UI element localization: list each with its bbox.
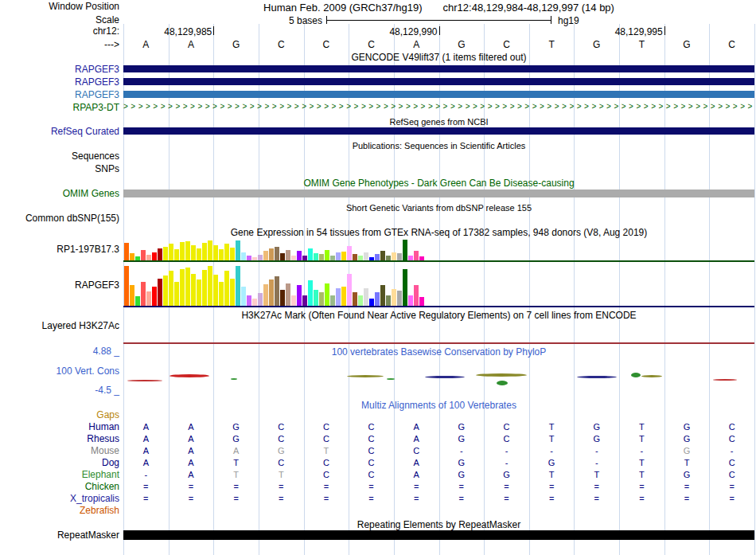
gtex-bar[interactable] (403, 240, 407, 260)
gtex-bar[interactable] (336, 288, 341, 306)
gtex-bar[interactable] (291, 256, 296, 260)
gtex-bar[interactable] (197, 279, 201, 306)
gtex-bar[interactable] (353, 254, 357, 260)
gtex-bar[interactable] (269, 279, 274, 306)
gtex-bar[interactable] (380, 251, 385, 260)
gtex-bar[interactable] (169, 244, 173, 260)
multiz-row-label-dog[interactable]: Dog (0, 458, 119, 468)
gtex-bar[interactable] (219, 249, 224, 260)
gtex-bar[interactable] (369, 299, 374, 306)
gtex-bar[interactable] (319, 292, 324, 306)
gtex-bar[interactable] (185, 241, 190, 260)
track-label-repeatmasker[interactable]: RepeatMasker (0, 530, 119, 541)
track-label-refseq-curated[interactable]: RefSeq Curated (0, 127, 119, 137)
gtex-bar[interactable] (336, 252, 341, 260)
gtex-bar[interactable] (224, 271, 229, 306)
multiz-row-label-human[interactable]: Human (0, 422, 119, 432)
track-label-sequences[interactable]: Sequences (0, 151, 119, 162)
gtex-bar[interactable] (191, 245, 196, 260)
gtex-bar[interactable] (308, 280, 313, 306)
gtex-bar[interactable] (325, 250, 329, 260)
gtex-bar[interactable] (258, 293, 263, 306)
multiz-row-label-rhesus[interactable]: Rhesus (0, 434, 119, 444)
gtex-bar[interactable] (135, 256, 140, 260)
gtex-bar[interactable] (180, 269, 185, 306)
gtex-bar[interactable] (319, 254, 324, 260)
gtex-bar[interactable] (130, 285, 134, 306)
gtex-bar[interactable] (386, 256, 391, 260)
gene-bar-rapgef3-1[interactable] (123, 65, 754, 72)
track-label-common-dbsnp[interactable]: Common dbSNP(155) (0, 213, 119, 224)
gtex-bar[interactable] (314, 253, 318, 260)
gtex-bar[interactable] (247, 295, 251, 306)
gtex-bar[interactable] (347, 246, 352, 260)
gtex-bar[interactable] (202, 270, 207, 306)
gtex-bar[interactable] (302, 256, 307, 260)
gtex-bar[interactable] (213, 245, 218, 260)
track-label-layered-h3k27ac[interactable]: Layered H3K27Ac (0, 321, 119, 331)
multiz-row-label-x-tropicalis[interactable]: X_tropicalis (0, 494, 119, 504)
gtex-bar[interactable] (124, 243, 129, 260)
gtex-bar[interactable] (280, 290, 285, 306)
gtex-bar[interactable] (397, 291, 402, 306)
gtex-bar[interactable] (174, 282, 179, 306)
gtex-baseline-rp1-197b17-3[interactable] (123, 260, 754, 262)
gtex-bar[interactable] (375, 254, 380, 260)
gtex-bar[interactable] (124, 266, 129, 306)
track-label-rapgef3-gtex[interactable]: RAPGEF3 (0, 280, 119, 291)
gtex-bar[interactable] (330, 256, 335, 260)
track-label-rpap3-dt[interactable]: RPAP3-DT (0, 103, 119, 113)
gene-bar-rapgef3-2[interactable] (123, 78, 754, 85)
track-label-omim-genes[interactable]: OMIM Genes (0, 189, 119, 199)
gtex-bar[interactable] (397, 253, 402, 260)
gtex-bar[interactable] (208, 266, 212, 306)
gtex-bar[interactable] (375, 292, 380, 306)
gtex-bar[interactable] (392, 252, 396, 260)
gtex-bar[interactable] (308, 248, 313, 260)
gtex-bar[interactable] (347, 274, 352, 306)
gtex-bar[interactable] (297, 251, 302, 260)
gtex-bar[interactable] (163, 276, 168, 306)
gtex-bar[interactable] (230, 279, 235, 306)
gtex-bar[interactable] (353, 292, 357, 306)
gtex-bar[interactable] (263, 251, 268, 260)
gtex-bar[interactable] (408, 295, 413, 306)
rpap3-dt-strand-arrows[interactable]: >>>>>>>>>>>>>>>>>>>>>>>>>>>>>>>>>>>>>>>>… (123, 102, 754, 111)
gtex-bar[interactable] (358, 256, 363, 260)
track-label-rapgef3-1[interactable]: RAPGEF3 (0, 64, 119, 75)
gtex-bar[interactable] (224, 244, 229, 260)
gtex-bar[interactable] (263, 284, 268, 306)
gtex-bar[interactable] (230, 248, 235, 260)
gtex-bar[interactable] (252, 257, 257, 260)
gtex-bar[interactable] (286, 250, 290, 260)
repeatmasker-bar[interactable] (123, 530, 754, 540)
gtex-bar[interactable] (197, 248, 201, 260)
gtex-bar[interactable] (180, 242, 185, 260)
track-label-snps[interactable]: SNPs (0, 164, 119, 174)
gtex-bar[interactable] (258, 255, 263, 260)
gtex-bar[interactable] (364, 288, 368, 306)
gtex-bar[interactable] (219, 282, 224, 306)
gtex-bar[interactable] (158, 279, 162, 306)
gtex-bar[interactable] (247, 256, 251, 260)
h3k27ac-baseline[interactable] (123, 342, 754, 344)
gtex-bar[interactable] (174, 249, 179, 260)
gtex-bar[interactable] (286, 283, 290, 306)
omim-genes-bar[interactable] (123, 190, 754, 197)
gtex-bar[interactable] (236, 266, 240, 306)
gtex-bar[interactable] (358, 295, 363, 306)
gtex-bar[interactable] (252, 299, 257, 306)
gtex-bar[interactable] (325, 283, 329, 306)
track-label-rapgef3-2[interactable]: RAPGEF3 (0, 77, 119, 88)
multiz-row-label-gaps[interactable]: Gaps (0, 410, 119, 420)
multiz-row-label-chicken[interactable]: Chicken (0, 482, 119, 492)
gtex-bar[interactable] (152, 252, 157, 260)
gtex-bar[interactable] (291, 295, 296, 306)
gtex-bar[interactable] (141, 282, 146, 306)
gtex-bar[interactable] (241, 252, 246, 260)
gtex-bar[interactable] (185, 268, 190, 306)
gtex-bar[interactable] (135, 296, 140, 306)
multiz-row-label-elephant[interactable]: Elephant (0, 470, 119, 480)
gtex-bar[interactable] (419, 256, 424, 260)
gtex-bar[interactable] (408, 256, 413, 260)
